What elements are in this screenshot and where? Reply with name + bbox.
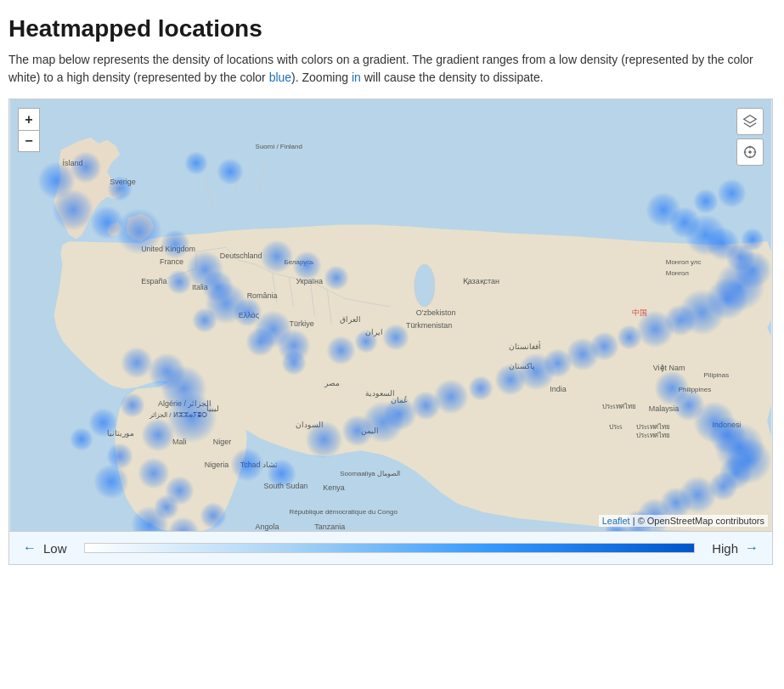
svg-text:Монгол: Монгол <box>666 269 690 277</box>
svg-text:Niger: Niger <box>213 438 231 446</box>
svg-text:Ísland: Ísland <box>63 159 83 167</box>
svg-text:Türkiye: Türkiye <box>289 319 313 328</box>
location-icon <box>742 144 758 160</box>
svg-marker-73 <box>744 116 756 123</box>
svg-text:Ελλάς: Ελλάς <box>239 311 260 319</box>
svg-text:ประเทศไทย: ประเทศไทย <box>636 432 670 439</box>
svg-text:Україна: Україна <box>296 277 323 285</box>
layer-button[interactable] <box>736 108 764 135</box>
legend-gradient-bar <box>84 543 696 553</box>
svg-text:پاکستان: پاکستان <box>509 362 535 371</box>
svg-text:Algérie / الجزائر: Algérie / الجزائر <box>158 399 212 409</box>
map-layer-controls <box>736 108 764 166</box>
svg-text:España: España <box>141 277 166 285</box>
svg-point-75 <box>748 150 752 154</box>
svg-text:România: România <box>247 291 278 300</box>
svg-text:اليمن: اليمن <box>361 426 379 436</box>
svg-text:ايران: ايران <box>365 328 383 337</box>
svg-text:ليبيا: ليبيا <box>206 404 219 413</box>
map-background: France Deutschland España Italia România… <box>9 99 772 531</box>
svg-text:مصر: مصر <box>324 379 340 388</box>
page-description: The map below represents the density of … <box>8 51 773 87</box>
svg-text:South Sudan: South Sudan <box>264 482 308 490</box>
legend-high: High → <box>712 540 759 556</box>
leaflet-link[interactable]: Leaflet <box>602 516 630 526</box>
svg-text:Pilipinas: Pilipinas <box>704 371 730 379</box>
map-attribution: Leaflet | © OpenStreetMap contributors <box>599 515 768 527</box>
svg-text:Sverige: Sverige <box>110 178 135 186</box>
high-arrow: → <box>745 540 759 556</box>
svg-point-20 <box>415 264 435 307</box>
svg-text:الجزائر / ⵍⵣⵣⴰⵢⴻⵔ: الجزائر / ⵍⵣⵣⴰⵢⴻⵔ <box>149 411 207 419</box>
zoom-out-button[interactable]: − <box>18 130 40 152</box>
svg-text:ประเทศไทย: ประเทศไทย <box>602 403 636 410</box>
svg-text:Việt Nam: Việt Nam <box>653 364 685 372</box>
svg-text:United Kingdom: United Kingdom <box>141 245 195 253</box>
svg-text:Suomi / Finland: Suomi / Finland <box>256 143 302 150</box>
layers-icon <box>742 114 758 129</box>
osm-attribution: © OpenStreetMap contributors <box>638 516 764 526</box>
svg-text:Philippines: Philippines <box>679 386 711 393</box>
high-label: High <box>712 541 738 556</box>
svg-text:Tanzania: Tanzania <box>314 522 345 531</box>
svg-text:Malaysia: Malaysia <box>649 404 679 413</box>
svg-text:India: India <box>550 385 566 393</box>
svg-text:Italia: Italia <box>192 283 208 291</box>
svg-text:Tchad تشاد: Tchad تشاد <box>240 460 278 469</box>
svg-text:France: France <box>160 257 183 266</box>
svg-text:O'zbekiston: O'zbekiston <box>416 308 456 317</box>
low-arrow: ← <box>23 540 37 556</box>
svg-text:Монгол улс: Монгол улс <box>666 258 702 266</box>
svg-text:عُمان: عُمان <box>391 396 408 404</box>
svg-text:ประเ: ประเ <box>609 423 623 431</box>
svg-text:Indonesi: Indonesi <box>713 421 742 429</box>
svg-text:Türkmenistan: Türkmenistan <box>406 321 452 330</box>
svg-text:السودان: السودان <box>296 421 324 430</box>
svg-text:Mali: Mali <box>172 438 186 446</box>
legend-low: ← Low <box>23 540 67 556</box>
zoom-in-button[interactable]: + <box>18 108 40 130</box>
svg-text:موريتانيا: موريتانيا <box>107 429 134 438</box>
svg-text:Deutschland: Deutschland <box>220 251 262 260</box>
svg-text:Беларусь: Беларусь <box>284 258 313 266</box>
svg-text:أفغانستان: أفغانستان <box>509 341 541 351</box>
svg-text:Angola: Angola <box>256 522 279 531</box>
location-button[interactable] <box>736 138 764 166</box>
svg-text:Soomaaliya الصومال: Soomaaliya الصومال <box>340 470 400 477</box>
page-container: Heatmapped locations The map below repre… <box>0 0 784 565</box>
svg-text:Kenya: Kenya <box>323 483 344 492</box>
svg-text:ประเทศไทย: ประเทศไทย <box>636 423 670 431</box>
svg-text:العراق: العراق <box>340 315 361 325</box>
map-container[interactable]: France Deutschland España Italia România… <box>8 99 773 532</box>
page-title: Heatmapped locations <box>8 15 776 42</box>
svg-text:République démocratique du Con: République démocratique du Congo <box>289 508 398 516</box>
low-label: Low <box>43 541 67 556</box>
svg-text:Қазақстан: Қазақстан <box>463 277 499 285</box>
map-zoom-controls: + − <box>18 108 40 152</box>
legend-container: ← Low High → <box>8 532 773 565</box>
svg-text:Nigeria: Nigeria <box>205 460 228 469</box>
svg-text:中国: 中国 <box>632 308 647 317</box>
